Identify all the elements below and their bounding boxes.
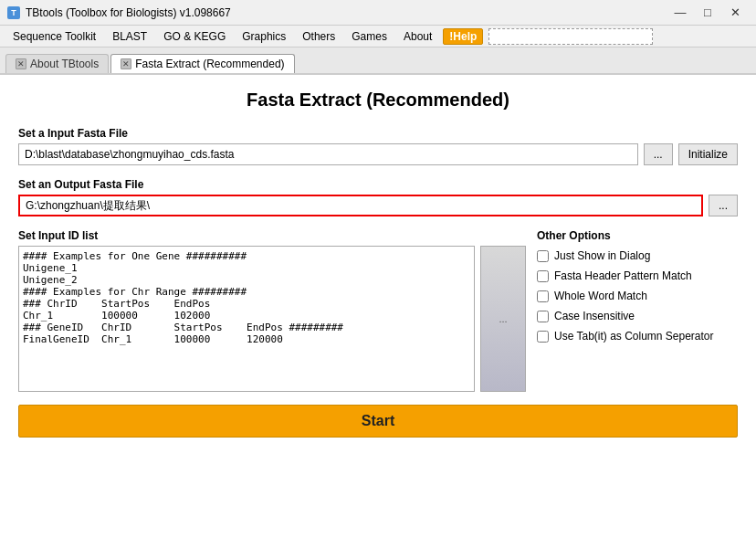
option-case-insensitive: Case Insensitive bbox=[537, 310, 738, 322]
window-controls: — □ ✕ bbox=[667, 4, 749, 22]
page-title: Fasta Extract (Recommended) bbox=[18, 90, 738, 111]
app-title: TBtools (Toolbox for Biologists) v1.0986… bbox=[26, 6, 231, 19]
menu-about[interactable]: About bbox=[396, 28, 439, 45]
browse-input-button[interactable]: ... bbox=[644, 143, 673, 165]
tab-label-about: About TBtools bbox=[30, 58, 99, 70]
title-bar-left: T TBtools (Toolbox for Biologists) v1.09… bbox=[7, 6, 231, 19]
output-fasta-row: ... bbox=[18, 195, 738, 216]
options-label: Other Options bbox=[537, 229, 738, 242]
menu-graphics[interactable]: Graphics bbox=[235, 28, 293, 45]
menu-bar: Sequence Toolkit BLAST GO & KEGG Graphic… bbox=[0, 26, 756, 47]
tab-bar: ✕ About TBtools ✕ Fasta Extract (Recomme… bbox=[0, 47, 756, 75]
output-fasta-field[interactable] bbox=[18, 195, 703, 216]
option-just-show: Just Show in Dialog bbox=[537, 249, 738, 262]
id-list-textarea[interactable] bbox=[18, 246, 475, 392]
checkbox-just-show[interactable] bbox=[537, 250, 549, 262]
menu-blast[interactable]: BLAST bbox=[105, 28, 154, 45]
option-whole-word: Whole Word Match bbox=[537, 290, 738, 302]
option-just-show-label: Just Show in Dialog bbox=[554, 249, 650, 262]
tab-close-fasta[interactable]: ✕ bbox=[121, 58, 131, 69]
menu-go-kegg[interactable]: GO & KEGG bbox=[156, 28, 233, 45]
id-list-label: Set Input ID list bbox=[18, 229, 526, 242]
option-header-pattern: Fasta Header Pattern Match bbox=[537, 269, 738, 282]
scroll-middle-button[interactable]: ... bbox=[480, 246, 526, 392]
maximize-button[interactable]: □ bbox=[694, 4, 721, 22]
browse-output-button[interactable]: ... bbox=[709, 195, 738, 216]
option-header-pattern-label: Fasta Header Pattern Match bbox=[554, 269, 692, 282]
option-use-tab: Use Tab(it) as Column Seperator bbox=[537, 330, 738, 343]
lower-section: Set Input ID list ... Other Options Just… bbox=[18, 229, 738, 392]
title-bar: T TBtools (Toolbox for Biologists) v1.09… bbox=[0, 0, 756, 26]
checkbox-header-pattern[interactable] bbox=[537, 270, 549, 282]
checkbox-whole-word[interactable] bbox=[537, 290, 549, 302]
help-button[interactable]: !Help bbox=[443, 28, 483, 45]
search-input[interactable] bbox=[488, 28, 653, 45]
input-fasta-row: ... Initialize bbox=[18, 143, 738, 165]
start-btn-container: Start bbox=[18, 405, 738, 438]
initialize-button[interactable]: Initialize bbox=[678, 143, 738, 165]
checkbox-use-tab[interactable] bbox=[537, 331, 549, 343]
main-content: Fasta Extract (Recommended) Set a Input … bbox=[0, 75, 756, 538]
tab-label-fasta: Fasta Extract (Recommended) bbox=[135, 58, 284, 70]
option-use-tab-label: Use Tab(it) as Column Seperator bbox=[554, 330, 714, 343]
option-case-insensitive-label: Case Insensitive bbox=[554, 310, 635, 322]
start-button[interactable]: Start bbox=[18, 405, 738, 438]
tab-about-tbtools[interactable]: ✕ About TBtools bbox=[5, 54, 109, 73]
close-button[interactable]: ✕ bbox=[721, 4, 749, 22]
menu-games[interactable]: Games bbox=[344, 28, 394, 45]
option-whole-word-label: Whole Word Match bbox=[554, 290, 647, 302]
options-section: Other Options Just Show in Dialog Fasta … bbox=[537, 229, 738, 392]
app-icon: T bbox=[7, 6, 20, 19]
menu-sequence-toolkit[interactable]: Sequence Toolkit bbox=[5, 28, 103, 45]
minimize-button[interactable]: — bbox=[667, 4, 694, 22]
tab-fasta-extract[interactable]: ✕ Fasta Extract (Recommended) bbox=[110, 54, 294, 73]
scroll-middle-label: ... bbox=[499, 313, 507, 324]
menu-others[interactable]: Others bbox=[295, 28, 342, 45]
id-list-section: Set Input ID list ... bbox=[18, 229, 526, 392]
id-list-row: ... bbox=[18, 246, 526, 392]
tab-close-about[interactable]: ✕ bbox=[16, 58, 26, 69]
input-fasta-field[interactable] bbox=[18, 143, 638, 165]
checkbox-case-insensitive[interactable] bbox=[537, 311, 549, 322]
output-fasta-label: Set an Output Fasta File bbox=[18, 178, 738, 191]
input-fasta-label: Set a Input Fasta File bbox=[18, 127, 738, 140]
